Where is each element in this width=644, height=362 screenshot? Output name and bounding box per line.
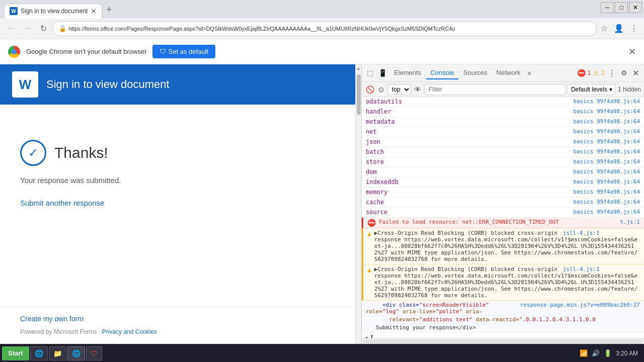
warn-triangle-icon-1: ▲ <box>367 230 371 237</box>
warn-count[interactable]: 2 <box>601 69 605 76</box>
warning-text-1: ▶Cross-Origin Read Blocking (CORB) block… <box>374 230 640 262</box>
scroll-thumb[interactable] <box>357 74 361 115</box>
minimize-button[interactable]: ─ <box>601 2 614 13</box>
devtools-close-button[interactable]: ✕ <box>630 66 641 80</box>
console-row[interactable]: indexeddbbasics 99f4a98.js:64 <box>362 177 644 188</box>
tab-bar: W Sign in to view document ✕ + ─ □ ✕ <box>0 0 644 18</box>
security-taskbar-icon: 🛡 <box>91 349 98 357</box>
console-row[interactable]: metadatabasics 99f4a98.js:64 <box>362 117 644 127</box>
chrome-taskbar-icon: 🌐 <box>72 349 80 357</box>
thanks-heading: Thanks! <box>54 144 108 161</box>
console-row[interactable]: jsonbasics 99f4a98.js:64 <box>362 137 644 147</box>
console-row[interactable]: netbasics 99f4a98.js:64 <box>362 127 644 137</box>
create-form-link[interactable]: Create my own form <box>20 315 335 323</box>
devtools-scroll-track[interactable] <box>364 339 642 343</box>
check-mark-icon: ✓ <box>28 146 38 160</box>
html-source-link[interactable]: response-page.min.js?v=e089bac2b9:27 <box>520 302 640 308</box>
privacy-link[interactable]: Privacy and Cookies <box>102 328 157 335</box>
console-row[interactable]: odatautilsbasics 99f4a98.js:64 <box>362 97 644 107</box>
devtools-errors: ⛔ 1 ⚠ 2 <box>577 69 605 77</box>
console-row[interactable]: handlerbasics 99f4a98.js:64 <box>362 107 644 117</box>
tab-favicon: W <box>10 7 18 15</box>
success-section: ✓ Thanks! <box>20 140 335 166</box>
console-row[interactable]: storebasics 99f4a98.js:64 <box>362 157 644 167</box>
html-row-3: Submitting your response</div> <box>362 324 644 332</box>
warning-row-2[interactable]: ▲ ▶Cross-Origin Read Blocking (CORB) blo… <box>362 264 644 301</box>
tab-network[interactable]: Network <box>493 67 525 79</box>
main-area: W Sign in to view document ✓ Thanks! You… <box>0 64 644 344</box>
page-body: ✓ Thanks! Your response was submitted. S… <box>0 105 355 306</box>
expand-icon[interactable]: ▶ <box>366 334 369 338</box>
devtools-secondary-bar: 🚫 ⊙ top 👁 Default levels ▾ 1 hidden <box>362 82 644 97</box>
volume-tray-icon[interactable]: 🔊 <box>592 349 600 357</box>
taskbar-chrome[interactable]: 🌐 <box>67 346 85 360</box>
word-letter: W <box>19 77 32 93</box>
taskbar-security[interactable]: 🛡 <box>86 346 102 360</box>
console-row[interactable]: dombasics 99f4a98.js:64 <box>362 167 644 177</box>
filter-input[interactable] <box>424 84 566 95</box>
page-scrollbar[interactable]: ▲ <box>355 64 361 344</box>
page-footer: Create my own form Powered by Microsoft … <box>0 306 355 344</box>
warn2-source: jsll-4.js:1 <box>563 266 600 273</box>
taskbar-ie[interactable]: 🌐 <box>30 346 48 360</box>
new-tab-button[interactable]: + <box>102 3 116 17</box>
tab-sources[interactable]: Sources <box>459 67 492 79</box>
set-default-button[interactable]: 🛡 Set as default <box>152 45 215 58</box>
network-tray-icon[interactable]: 📶 <box>580 349 588 357</box>
device-toolbar-button[interactable]: 📱 <box>376 67 389 79</box>
close-window-button[interactable]: ✕ <box>629 2 642 13</box>
address-text: https://forms.office.com/Pages/ResponseP… <box>68 26 590 32</box>
clock: 3:20 AM <box>616 350 638 357</box>
preserve-log-button[interactable]: ⊙ <box>377 84 385 95</box>
devtools-settings-button[interactable]: ⚙ <box>619 67 629 79</box>
html-source-row: <div class="screenReaderVisible" role="l… <box>362 301 644 316</box>
console-content: odatautilsbasics 99f4a98.js:64handlerbas… <box>362 97 644 338</box>
ie-icon: 🌐 <box>35 349 43 357</box>
devtools-panel: ⬚ 📱 Elements Console Sources Network » ⛔… <box>361 64 644 344</box>
error-count[interactable]: 1 <box>588 69 591 76</box>
more-tabs-button[interactable]: » <box>525 67 533 79</box>
forward-button[interactable]: → <box>20 22 34 36</box>
page-header: W Sign in to view document <box>0 64 355 105</box>
tab-elements[interactable]: Elements <box>390 67 425 79</box>
back-button[interactable]: ← <box>4 22 18 36</box>
chevron-down-icon: ▾ <box>609 86 612 93</box>
account-button[interactable]: 👤 <box>612 22 626 35</box>
check-circle: ✓ <box>20 140 46 166</box>
devtools-more-button[interactable]: ⋮ <box>606 66 618 80</box>
error-source-link[interactable]: t.js:1 <box>620 219 640 225</box>
folder-icon: 📁 <box>53 349 62 357</box>
bookmark-button[interactable]: ☆ <box>599 22 610 35</box>
submit-another-link[interactable]: Submit another response <box>20 199 105 207</box>
warning-row-1[interactable]: ▲ ▶Cross-Origin Read Blocking (CORB) blo… <box>362 228 644 264</box>
console-row[interactable]: memorybasics 99f4a98.js:64 <box>362 188 644 198</box>
hidden-count: 1 hidden <box>618 86 641 93</box>
warn-triangle-icon-2: ▲ <box>367 266 371 274</box>
scroll-arrow-up[interactable]: ▲ <box>355 64 361 72</box>
notification-close-button[interactable]: ✕ <box>628 46 636 57</box>
context-select[interactable]: top <box>387 84 411 95</box>
start-button[interactable]: Start <box>2 346 29 360</box>
tab-console[interactable]: Console <box>426 67 458 79</box>
window-controls: ─ □ ✕ <box>601 2 644 13</box>
warning-text-2: ▶Cross-Origin Read Blocking (CORB) block… <box>374 266 640 299</box>
battery-tray-icon[interactable]: 🔋 <box>604 349 612 357</box>
warn1-source: jsll-4.js:1 <box>563 230 600 236</box>
console-error-row[interactable]: ⛔ Failed to load resource: net::ERR_CONN… <box>362 218 644 228</box>
reload-button[interactable]: ↻ <box>36 22 50 36</box>
address-bar[interactable]: 🔒 https://forms.office.com/Pages/Respons… <box>52 21 597 36</box>
taskbar-folder[interactable]: 📁 <box>49 346 66 360</box>
maximize-button[interactable]: □ <box>615 2 628 13</box>
console-row[interactable]: sourcebasics 99f4a98.js:64 <box>362 208 644 218</box>
active-tab[interactable]: W Sign in to view document ✕ <box>4 4 102 19</box>
error-dot-icon: ⛔ <box>367 219 376 227</box>
eye-button[interactable]: 👁 <box>413 84 422 95</box>
console-row[interactable]: batchbasics 99f4a98.js:64 <box>362 147 644 157</box>
console-row[interactable]: cachebasics 99f4a98.js:64 <box>362 198 644 208</box>
default-levels-dropdown[interactable]: Default levels ▾ <box>568 84 616 95</box>
tab-close-icon[interactable]: ✕ <box>91 7 97 15</box>
error-icon: ⛔ <box>577 69 586 77</box>
clear-console-button[interactable]: 🚫 <box>365 84 375 95</box>
menu-button[interactable]: ⋮ <box>628 22 640 35</box>
inspect-element-button[interactable]: ⬚ <box>365 67 375 79</box>
